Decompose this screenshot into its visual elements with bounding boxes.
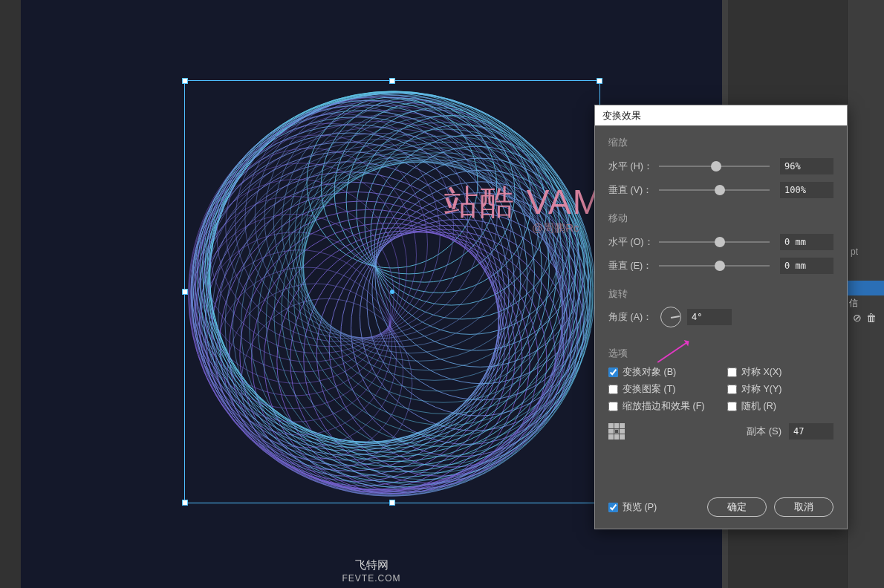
copies-input[interactable] [789, 423, 833, 440]
cancel-button[interactable]: 取消 [774, 497, 833, 517]
preview-checkbox[interactable]: 预览 (P) [608, 501, 657, 514]
move-horizontal-input[interactable] [780, 234, 833, 250]
right-panel-char: 信 [849, 297, 858, 310]
scale-vertical-slider[interactable] [659, 189, 770, 191]
move-section: 移动 水平 (O)： 垂直 (E)： [608, 212, 833, 277]
rotate-angle-label: 角度 (A)： [608, 311, 654, 324]
rotate-angle-dial[interactable] [660, 307, 681, 327]
options-section-label: 选项 [608, 347, 833, 360]
scale-section: 缩放 水平 (H)： 垂直 (V)： [608, 136, 833, 201]
checkbox-scale-strokes[interactable]: 缩放描边和效果 (F) [608, 400, 727, 413]
right-panel-selected-row[interactable] [847, 281, 884, 295]
move-horizontal-slider[interactable] [659, 241, 770, 243]
registration-point-grid[interactable] [608, 423, 625, 440]
resize-handle-ml[interactable] [182, 289, 188, 295]
rotate-section: 旋转 角度 (A)： [608, 287, 833, 327]
checkbox-transform-objects[interactable]: 变换对象 (B) [608, 366, 727, 379]
resize-handle-bl[interactable] [182, 500, 188, 506]
dialog-title-bar[interactable]: 变换效果 [595, 105, 847, 125]
checkbox-reflect-y[interactable]: 对称 Y(Y) [727, 383, 816, 396]
scale-section-label: 缩放 [608, 136, 833, 149]
selection-center-point[interactable] [390, 290, 394, 294]
unit-label: pt [851, 246, 858, 257]
move-vertical-input[interactable] [780, 258, 833, 274]
move-vertical-slider[interactable] [659, 265, 770, 267]
watermark-sub: @周鹏Rc [532, 221, 579, 235]
scale-horizontal-slider[interactable] [659, 166, 770, 167]
right-panel-icons: ⊘ 🗑 [853, 312, 877, 324]
disallow-icon[interactable]: ⊘ [853, 312, 862, 324]
scale-vertical-label: 垂直 (V)： [608, 184, 654, 197]
move-horizontal-label: 水平 (O)： [608, 236, 654, 249]
footer-site-name-cn: 飞特网 [21, 558, 722, 572]
checkbox-random[interactable]: 随机 (R) [727, 400, 816, 413]
selection-bounding-box[interactable] [184, 80, 600, 503]
rotate-angle-input[interactable] [687, 309, 732, 325]
rotate-section-label: 旋转 [608, 287, 833, 301]
move-section-label: 移动 [608, 212, 833, 225]
resize-handle-tl[interactable] [182, 78, 188, 84]
ok-button[interactable]: 确定 [707, 497, 767, 517]
transform-effect-dialog: 变换效果 缩放 水平 (H)： 垂直 (V)： 移动 水平 (O)： [594, 105, 848, 529]
checkbox-transform-patterns[interactable]: 变换图案 (T) [608, 383, 727, 396]
dialog-title-text: 变换效果 [602, 109, 641, 122]
scale-horizontal-input[interactable] [780, 158, 833, 174]
move-vertical-label: 垂直 (E)： [608, 260, 654, 272]
resize-handle-tr[interactable] [597, 78, 602, 84]
footer-site-name-en: FEVTE.COM [21, 573, 722, 584]
resize-handle-bm[interactable] [389, 500, 395, 506]
copies-label: 副本 (S) [747, 425, 781, 438]
scale-horizontal-label: 水平 (H)： [608, 160, 654, 173]
trash-icon[interactable]: 🗑 [866, 312, 877, 324]
resize-handle-tm[interactable] [389, 78, 395, 84]
scale-vertical-input[interactable] [780, 182, 833, 198]
options-section: 选项 变换对象 (B) 对称 X(X) 变换图案 (T) 对称 Y(Y) 缩放描… [608, 347, 833, 440]
checkbox-reflect-x[interactable]: 对称 X(X) [727, 366, 816, 379]
